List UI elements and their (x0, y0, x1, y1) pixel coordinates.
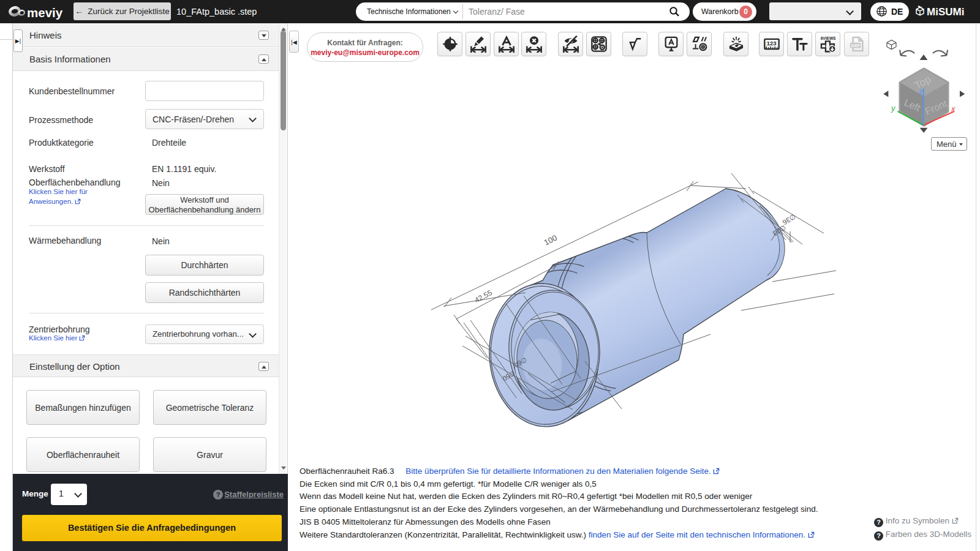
svg-text:42.55: 42.55 (473, 288, 494, 305)
svg-text:100: 100 (543, 233, 559, 247)
